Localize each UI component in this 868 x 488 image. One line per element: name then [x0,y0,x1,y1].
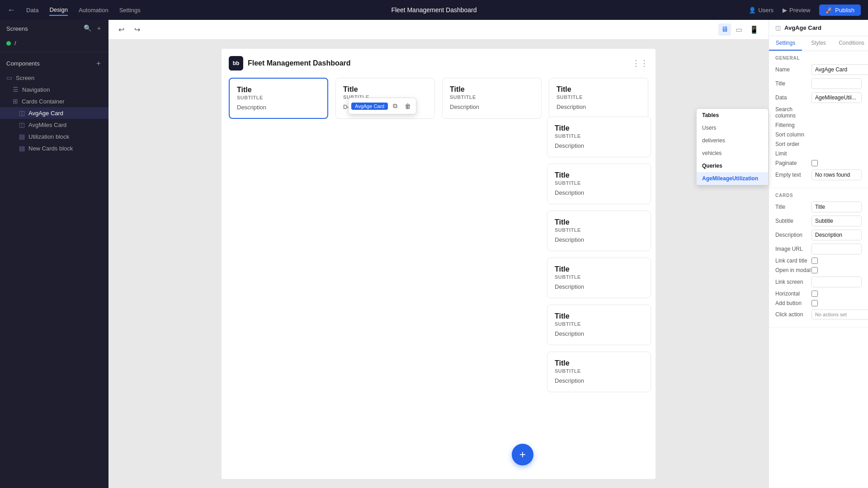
right-card-2[interactable]: Title SUBTITLE Description [547,164,651,204]
rc2-title: Title [555,171,643,179]
add-screen-icon[interactable]: ＋ [96,24,102,33]
dropdown-item-agemileageutilization[interactable]: AgeMileageUtilization [697,172,768,185]
link-card-title-label: Link card title [775,258,811,264]
general-section: GENERAL Name Title ⚡ Data ▾ ⚙ [769,51,868,188]
right-card-1[interactable]: Title SUBTITLE Description [547,117,651,157]
screen-item-root[interactable]: / [0,37,108,49]
card-3-subtitle: SUBTITLE [450,94,534,100]
open-in-modal-checkbox[interactable] [811,267,818,273]
click-action-input[interactable] [811,310,868,319]
title-input[interactable] [812,79,862,89]
image-url-input[interactable] [812,244,862,254]
rc1-desc: Description [555,142,643,149]
component-avgmiles-card[interactable]: ◫ AvgMiles Card [0,119,108,131]
horizontal-checkbox[interactable] [811,291,818,297]
component-navigation[interactable]: ☰ Navigation [0,84,108,95]
back-button[interactable]: ← [7,5,15,15]
link-screen-input[interactable] [812,277,862,287]
title-label: Title [775,80,811,87]
name-input[interactable] [811,64,868,75]
card-4[interactable]: Title SUBTITLE Description [549,78,648,119]
frame-options-icon[interactable]: ⋮⋮ [632,58,648,68]
redo-button[interactable]: ↪ [132,23,143,36]
paginate-label: Paginate [775,160,811,166]
mobile-view-button[interactable]: 📱 [747,23,761,36]
empty-text-input[interactable] [812,170,862,180]
component-avgage-card[interactable]: ◫ AvgAge Card [0,107,108,119]
link-screen-label: Link screen [775,279,811,285]
publish-button[interactable]: 🚀 Publish [819,5,861,16]
context-delete-button[interactable]: 🗑 [402,101,413,111]
card-3[interactable]: Title SUBTITLE Description [442,78,542,119]
right-card-6[interactable]: Title SUBTITLE Description [547,352,651,392]
screen-item-label: / [14,40,16,47]
rc5-title: Title [555,312,643,320]
frame-header: bb Fleet Management Dashboard ⋮⋮ [229,56,648,70]
nav-automation[interactable]: Automation [79,5,108,15]
users-action[interactable]: 👤 Users [749,7,774,14]
data-input[interactable] [812,93,862,103]
right-card-4[interactable]: Title SUBTITLE Description [547,258,651,298]
rc4-title: Title [555,265,643,273]
rc5-desc: Description [555,330,643,337]
card-title-input[interactable] [812,202,862,212]
card-1[interactable]: Title SUBTITLE Description [229,78,328,119]
open-in-modal-label: Open in modal [775,267,811,273]
component-screen[interactable]: ▭ Screen [0,72,108,84]
nav-design[interactable]: Design [49,5,67,16]
add-component-icon[interactable]: ＋ [95,59,102,68]
component-label: AvgAge Card [28,110,63,117]
card-desc-input[interactable] [812,230,862,240]
card-4-desc: Description [557,103,641,110]
data-label: Data [775,94,811,101]
nav-comp-icon: ☰ [13,86,19,93]
screen-dot [6,41,11,46]
screen-comp-icon: ▭ [6,74,12,81]
component-utilization-block[interactable]: ▤ Utilization block [0,131,108,142]
add-button-checkbox[interactable] [811,300,818,306]
card-title-row: Title ⚡ [775,202,862,212]
component-label: New Cards block [28,145,73,152]
search-icon[interactable]: 🔍 [84,24,91,33]
component-cards-container[interactable]: ⊞ Cards Container [0,95,108,107]
panel-header-icon: ◫ [775,24,781,31]
context-copy-button[interactable]: ⧉ [391,101,400,111]
card-subtitle-input[interactable] [812,216,862,226]
card-title-wrapper: ⚡ [811,202,862,212]
nav-data[interactable]: Data [26,5,38,15]
tablet-view-button[interactable]: ▭ [733,23,745,36]
preview-action[interactable]: ▶ Preview [783,7,810,14]
card-subtitle-label: Subtitle [775,218,811,224]
data-field-row: Data ▾ ⚙ [775,92,862,103]
right-card-3[interactable]: Title SUBTITLE Description [547,211,651,251]
screens-icons: 🔍 ＋ [84,24,102,33]
canvas-body[interactable]: AvgAge Card ⧉ 🗑 bb Fleet Management Dash… [108,40,769,488]
paginate-checkbox[interactable] [811,160,818,166]
card-2-title: Title [343,85,427,94]
component-new-cards-block[interactable]: ▤ New Cards block [0,142,108,154]
rc6-desc: Description [555,377,643,384]
link-card-title-checkbox[interactable] [811,258,818,264]
click-action-label: Click action [775,311,811,318]
card-subtitle-wrapper: ⚡ [811,216,862,226]
dropdown-item-deliveries[interactable]: deliveries [697,134,768,147]
image-url-label: Image URL [775,246,811,252]
add-button-row: Add button [775,300,862,306]
tab-styles[interactable]: Styles [802,36,835,51]
components-header: Components ＋ [0,55,108,72]
card-1-subtitle: SUBTITLE [237,95,320,100]
right-card-5[interactable]: Title SUBTITLE Description [547,305,651,345]
tab-conditions[interactable]: Conditions [835,36,868,51]
dropdown-item-vehicles[interactable]: vehicles [697,147,768,160]
screens-label: Screens [6,25,28,32]
tab-settings[interactable]: Settings [769,36,802,51]
add-button-label: Add button [775,300,811,306]
limit-label: Limit [775,150,811,157]
rc5-subtitle: SUBTITLE [555,321,643,327]
fab-button[interactable]: + [512,444,533,465]
undo-button[interactable]: ↩ [116,23,127,36]
dropdown-item-users[interactable]: Users [697,122,768,134]
card-title-label: Title [775,204,811,210]
desktop-view-button[interactable]: 🖥 [718,23,731,36]
nav-settings[interactable]: Settings [119,5,141,15]
